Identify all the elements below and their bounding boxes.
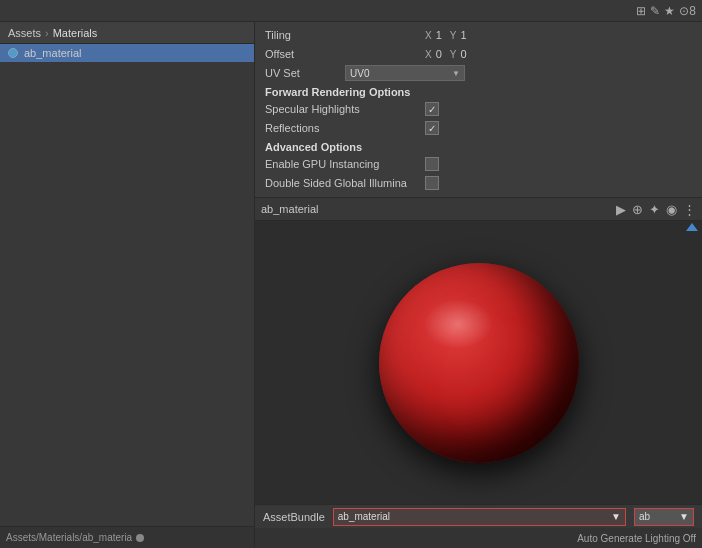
tiling-value: X 1 Y 1 (425, 29, 467, 41)
right-panel: Tiling X 1 Y 1 Offset X (255, 22, 702, 548)
preview-toolbar: ab_material ▶ ⊕ ✦ ◉ ⋮ (255, 197, 702, 221)
asset-bundle-variant-dropdown[interactable]: ab ▼ (634, 508, 694, 526)
more-icon[interactable]: ⋮ (683, 202, 696, 217)
asset-bundle-variant-arrow: ▼ (679, 511, 689, 522)
tiling-y-label: Y (450, 30, 457, 41)
sphere-container (369, 253, 589, 473)
double-sided-label: Double Sided Global Illumina (265, 177, 425, 189)
gpu-instancing-label: Enable GPU Instancing (265, 158, 425, 170)
uv-set-label: UV Set (265, 67, 345, 79)
tiling-y: Y 1 (450, 29, 467, 41)
zoom-icon[interactable]: ⊕ (632, 202, 643, 217)
double-sided-checkbox[interactable] (425, 176, 439, 190)
offset-value: X 0 Y 0 (425, 48, 467, 60)
tiling-x-value[interactable]: 1 (436, 29, 442, 41)
asset-bundle-variant-value: ab (639, 511, 650, 522)
asset-bundle-name-arrow: ▼ (611, 511, 621, 522)
gpu-instancing-row: Enable GPU Instancing (265, 155, 692, 173)
reflections-row: Reflections ✓ (265, 119, 692, 137)
status-dot (136, 534, 144, 542)
asset-bundle-name-dropdown[interactable]: ab_material ▼ (333, 508, 626, 526)
grid-icon[interactable]: ⊞ (636, 4, 646, 18)
tiling-x: X 1 (425, 29, 442, 41)
advanced-options-header: Advanced Options (265, 141, 692, 153)
material-sphere (379, 263, 579, 463)
top-toolbar: ⊞ ✎ ★ ⊙8 (0, 0, 702, 22)
uv-set-row: UV Set UV0 ▼ (265, 64, 692, 82)
camera-icon[interactable]: ◉ (666, 202, 677, 217)
auto-generate-bar: Auto Generate Lighting Off (255, 528, 702, 548)
specular-highlights-label: Specular Highlights (265, 103, 425, 115)
blue-arrow-indicator (686, 223, 698, 231)
asset-bundle-bar: AssetBundle ab_material ▼ ab ▼ (255, 504, 702, 528)
reflections-checkbox[interactable]: ✓ (425, 121, 439, 135)
breadcrumb-materials[interactable]: Materials (53, 27, 98, 39)
preview-icons: ▶ ⊕ ✦ ◉ ⋮ (616, 202, 696, 217)
offset-x-label: X (425, 49, 432, 60)
offset-y-label: Y (450, 49, 457, 60)
uv-dropdown-container: UV0 ▼ (345, 65, 465, 81)
pencil-icon[interactable]: ✎ (650, 4, 660, 18)
settings-icon[interactable]: ✦ (649, 202, 660, 217)
reflections-label: Reflections (265, 122, 425, 134)
offset-y: Y 0 (450, 48, 467, 60)
preview-canvas (255, 221, 702, 504)
asset-name: ab_material (24, 47, 81, 59)
offset-x: X 0 (425, 48, 442, 60)
main-layout: Assets › Materials ab_material Assets/Ma… (0, 22, 702, 548)
left-panel: Assets › Materials ab_material Assets/Ma… (0, 22, 255, 548)
status-path: Assets/Materials/ab_materia (6, 532, 132, 543)
offset-y-value[interactable]: 0 (460, 48, 466, 60)
auto-generate-text: Auto Generate Lighting Off (577, 533, 696, 544)
offset-label: Offset (265, 48, 425, 60)
breadcrumb-assets[interactable]: Assets (8, 27, 41, 39)
uv-set-value: UV0 (350, 68, 369, 79)
tiling-label: Tiling (265, 29, 425, 41)
tiling-x-label: X (425, 30, 432, 41)
tiling-y-value[interactable]: 1 (460, 29, 466, 41)
gpu-instancing-checkbox[interactable] (425, 157, 439, 171)
asset-bundle-label: AssetBundle (263, 511, 325, 523)
asset-bundle-name-value: ab_material (338, 511, 390, 522)
preview-material-name: ab_material (261, 203, 610, 215)
preview-area: ab_material ▶ ⊕ ✦ ◉ ⋮ AssetBundle (255, 197, 702, 548)
asset-item[interactable]: ab_material (0, 44, 254, 62)
asset-dot (8, 48, 18, 58)
specular-highlights-row: Specular Highlights ✓ (265, 100, 692, 118)
forward-rendering-header: Forward Rendering Options (265, 86, 692, 98)
uv-dropdown-arrow: ▼ (452, 69, 460, 78)
tiling-row: Tiling X 1 Y 1 (265, 26, 692, 44)
offset-row: Offset X 0 Y 0 (265, 45, 692, 63)
breadcrumb: Assets › Materials (0, 22, 254, 44)
uv-set-dropdown[interactable]: UV0 ▼ (345, 65, 465, 81)
double-sided-row: Double Sided Global Illumina (265, 174, 692, 192)
properties-panel: Tiling X 1 Y 1 Offset X (255, 22, 702, 197)
breadcrumb-separator: › (45, 27, 49, 39)
status-bar: Assets/Materials/ab_materia (0, 526, 254, 548)
toolbar-icons: ⊞ ✎ ★ ⊙8 (636, 4, 696, 18)
asset-list: ab_material (0, 44, 254, 526)
play-icon[interactable]: ▶ (616, 202, 626, 217)
specular-highlights-checkbox[interactable]: ✓ (425, 102, 439, 116)
star-icon[interactable]: ★ (664, 4, 675, 18)
offset-x-value[interactable]: 0 (436, 48, 442, 60)
layers-icon[interactable]: ⊙8 (679, 4, 696, 18)
